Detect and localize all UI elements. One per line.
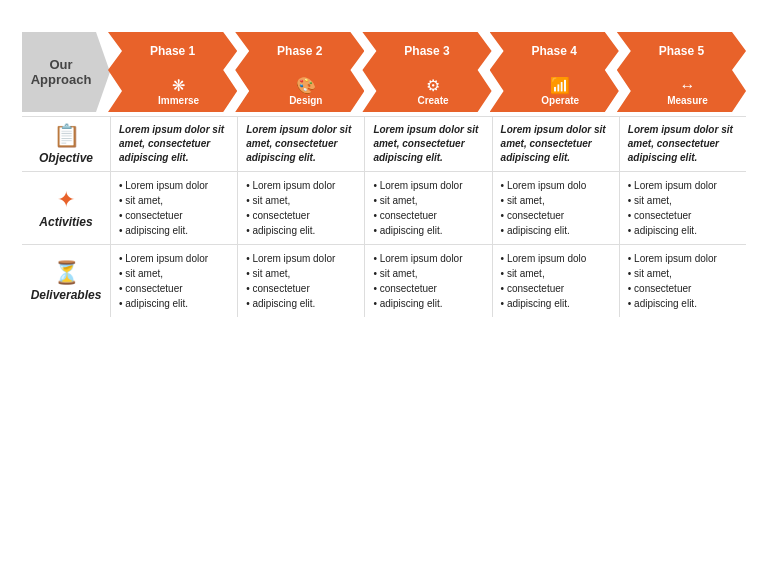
cell-objective-1: Lorem ipsum dolor sit amet, consectetuer… <box>110 117 237 171</box>
list-item: adipiscing elit. <box>119 296 229 311</box>
row-cells-objective: Lorem ipsum dolor sit amet, consectetuer… <box>110 117 746 171</box>
row-icon-activities: ✦ <box>57 187 75 213</box>
cell-activities-2: Lorem ipsum dolorsit amet,consectetuerad… <box>237 172 364 244</box>
page: OurApproach Phase 1❋ImmersePhase 2🎨Desig… <box>0 0 768 576</box>
phase-chevron-2: Phase 2🎨Design <box>235 32 364 112</box>
phase-label-4: Phase 4 <box>490 32 619 70</box>
phase-label-1: Phase 1 <box>108 32 237 70</box>
cell-deliverables-1: Lorem ipsum dolorsit amet,consectetuerad… <box>110 245 237 317</box>
list-item: sit amet, <box>373 193 483 208</box>
phase-bottom-4: 📶Operate <box>490 70 619 112</box>
phase-icon-3: ⚙ <box>426 76 440 95</box>
list-item: sit amet, <box>119 193 229 208</box>
phase-sublabel-5: Measure <box>667 95 708 106</box>
approach-label: OurApproach <box>22 32 110 112</box>
phase-label-5: Phase 5 <box>617 32 746 70</box>
list-item: sit amet, <box>119 266 229 281</box>
phase-chevron-5: Phase 5↔Measure <box>617 32 746 112</box>
table-row-deliverables: ⏳DeliverablesLorem ipsum dolorsit amet,c… <box>22 244 746 317</box>
phase-bottom-2: 🎨Design <box>235 70 364 112</box>
row-label-activities: Activities <box>39 215 92 229</box>
list-item: consectetuer <box>628 208 738 223</box>
cell-activities-4: Lorem ipsum dolosit amet,consectetueradi… <box>492 172 619 244</box>
list-item: consectetuer <box>246 208 356 223</box>
table-row-objective: 📋ObjectiveLorem ipsum dolor sit amet, co… <box>22 116 746 171</box>
cell-activities-1: Lorem ipsum dolorsit amet,consectetuerad… <box>110 172 237 244</box>
row-header-activities: ✦Activities <box>22 172 110 244</box>
phase-sublabel-3: Create <box>417 95 448 106</box>
list-item: consectetuer <box>119 281 229 296</box>
list-item: adipiscing elit. <box>373 296 483 311</box>
list-item: adipiscing elit. <box>628 296 738 311</box>
cell-objective-5: Lorem ipsum dolor sit amet, consectetuer… <box>619 117 746 171</box>
cell-activities-3: Lorem ipsum dolorsit amet,consectetuerad… <box>364 172 491 244</box>
row-label-objective: Objective <box>39 151 93 165</box>
list-item: consectetuer <box>119 208 229 223</box>
list-item: sit amet, <box>246 193 356 208</box>
list-item: sit amet, <box>501 193 611 208</box>
phase-chevron-4: Phase 4📶Operate <box>490 32 619 112</box>
cell-objective-4: Lorem ipsum dolor sit amet, consectetuer… <box>492 117 619 171</box>
list-item: adipiscing elit. <box>373 223 483 238</box>
list-item: adipiscing elit. <box>501 296 611 311</box>
cell-deliverables-2: Lorem ipsum dolorsit amet,consectetuerad… <box>237 245 364 317</box>
list-item: sit amet, <box>628 266 738 281</box>
phase-bottom-3: ⚙Create <box>362 70 491 112</box>
list-item: Lorem ipsum dolo <box>501 251 611 266</box>
list-item: consectetuer <box>501 281 611 296</box>
list-item: adipiscing elit. <box>119 223 229 238</box>
phase-icon-2: 🎨 <box>296 76 316 95</box>
row-header-objective: 📋Objective <box>22 117 110 171</box>
list-item: Lorem ipsum dolor <box>119 178 229 193</box>
cell-deliverables-4: Lorem ipsum dolosit amet,consectetueradi… <box>492 245 619 317</box>
phase-sublabel-2: Design <box>289 95 322 106</box>
phase-bottom-5: ↔Measure <box>617 70 746 112</box>
list-item: Lorem ipsum dolor <box>373 178 483 193</box>
list-item: sit amet, <box>373 266 483 281</box>
list-item: adipiscing elit. <box>628 223 738 238</box>
list-item: consectetuer <box>501 208 611 223</box>
phase-sublabel-4: Operate <box>541 95 579 106</box>
list-item: consectetuer <box>628 281 738 296</box>
list-item: sit amet, <box>628 193 738 208</box>
row-cells-activities: Lorem ipsum dolorsit amet,consectetuerad… <box>110 172 746 244</box>
cell-deliverables-5: Lorem ipsum dolorsit amet,consectetuerad… <box>619 245 746 317</box>
phase-chevron-1: Phase 1❋Immerse <box>108 32 237 112</box>
phase-icon-4: 📶 <box>550 76 570 95</box>
row-cells-deliverables: Lorem ipsum dolorsit amet,consectetuerad… <box>110 245 746 317</box>
phase-bottom-1: ❋Immerse <box>108 70 237 112</box>
list-item: consectetuer <box>373 208 483 223</box>
list-item: sit amet, <box>501 266 611 281</box>
list-item: Lorem ipsum dolor <box>119 251 229 266</box>
phase-sublabel-1: Immerse <box>158 95 199 106</box>
phases-banner: OurApproach Phase 1❋ImmersePhase 2🎨Desig… <box>22 32 746 112</box>
list-item: Lorem ipsum dolor <box>373 251 483 266</box>
table-row-activities: ✦ActivitiesLorem ipsum dolorsit amet,con… <box>22 171 746 244</box>
table-section: 📋ObjectiveLorem ipsum dolor sit amet, co… <box>22 116 746 317</box>
list-item: adipiscing elit. <box>246 223 356 238</box>
cell-activities-5: Lorem ipsum dolorsit amet,consectetuerad… <box>619 172 746 244</box>
cell-objective-2: Lorem ipsum dolor sit amet, consectetuer… <box>237 117 364 171</box>
phase-label-2: Phase 2 <box>235 32 364 70</box>
list-item: consectetuer <box>373 281 483 296</box>
list-item: consectetuer <box>246 281 356 296</box>
phase-icon-1: ❋ <box>172 76 185 95</box>
cell-objective-3: Lorem ipsum dolor sit amet, consectetuer… <box>364 117 491 171</box>
list-item: Lorem ipsum dolor <box>628 251 738 266</box>
cell-deliverables-3: Lorem ipsum dolorsit amet,consectetuerad… <box>364 245 491 317</box>
row-icon-objective: 📋 <box>53 123 80 149</box>
list-item: Lorem ipsum dolor <box>246 178 356 193</box>
list-item: Lorem ipsum dolo <box>501 178 611 193</box>
list-item: adipiscing elit. <box>246 296 356 311</box>
list-item: sit amet, <box>246 266 356 281</box>
list-item: adipiscing elit. <box>501 223 611 238</box>
phase-icon-5: ↔ <box>679 77 695 95</box>
phase-chevron-3: Phase 3⚙Create <box>362 32 491 112</box>
list-item: Lorem ipsum dolor <box>628 178 738 193</box>
row-icon-deliverables: ⏳ <box>53 260 80 286</box>
row-label-deliverables: Deliverables <box>31 288 102 302</box>
row-header-deliverables: ⏳Deliverables <box>22 245 110 317</box>
phase-label-3: Phase 3 <box>362 32 491 70</box>
list-item: Lorem ipsum dolor <box>246 251 356 266</box>
